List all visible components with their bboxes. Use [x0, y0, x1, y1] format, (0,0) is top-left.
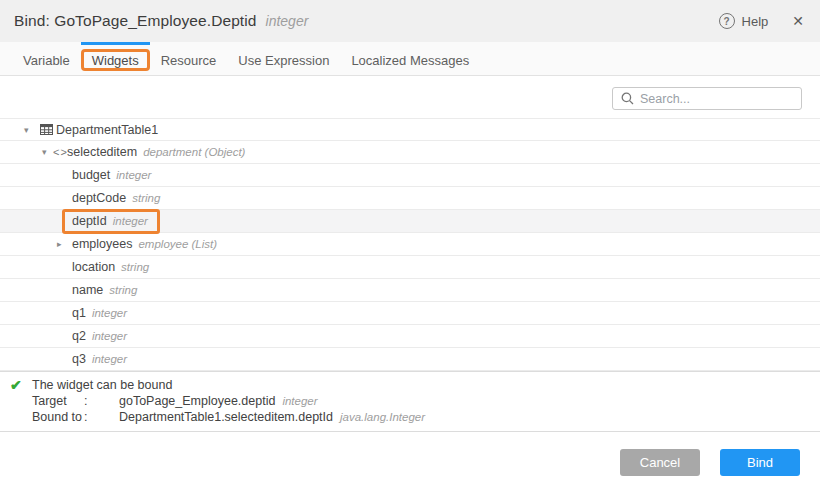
status-row-target: Target : goToPage_Employee.deptid intege… — [10, 393, 820, 409]
status-row-value: DepartmentTable1.selecteditem.deptId — [119, 409, 333, 425]
help-button[interactable]: Help — [742, 14, 769, 29]
search-box[interactable] — [612, 87, 802, 110]
bind-status-panel: ✔ The widget can be bound Target : goToP… — [0, 371, 820, 432]
field-type: employee (List) — [138, 238, 217, 250]
dialog-footer: Cancel Bind — [0, 432, 820, 476]
tab-use-expression[interactable]: Use Expression — [227, 42, 340, 75]
titlebar-actions: ? Help ✕ — [719, 13, 804, 29]
tree-row-budget[interactable]: budget integer — [0, 164, 820, 187]
tab-localized-messages[interactable]: Localized Messages — [340, 42, 480, 75]
tree-row-q2[interactable]: q2 integer — [0, 325, 820, 348]
tree-row-content: employees employee (List) — [72, 237, 217, 251]
field-type: integer — [92, 353, 127, 365]
tab-label: Localized Messages — [351, 53, 469, 68]
tree-row-content: q1 integer — [72, 306, 127, 320]
tab-variable[interactable]: Variable — [12, 42, 81, 75]
field-type: integer — [113, 215, 148, 227]
tree-row-deptid[interactable]: deptId integer — [0, 210, 820, 233]
dialog-title-type: integer — [266, 13, 309, 29]
field-type: string — [132, 192, 160, 204]
cancel-button[interactable]: Cancel — [620, 449, 700, 476]
tree-row-content: selecteditem department (Object) — [67, 145, 245, 159]
tree-row-q3[interactable]: q3 integer — [0, 348, 820, 371]
tab-label: Widgets — [92, 53, 139, 68]
status-row-value: goToPage_Employee.deptid — [119, 393, 275, 409]
field-label: employees — [72, 237, 132, 251]
tree-row-content: deptId integer — [62, 209, 160, 234]
toggle-icon[interactable]: ▾ — [42, 147, 53, 157]
field-label: name — [72, 283, 103, 297]
close-icon[interactable]: ✕ — [792, 13, 804, 29]
status-row-bound-to: Bound to : DepartmentTable1.selecteditem… — [10, 409, 820, 425]
tree-row-content: q2 integer — [72, 329, 127, 343]
tab-widgets[interactable]: Widgets — [81, 42, 150, 75]
tab-resource[interactable]: Resource — [150, 42, 228, 75]
dialog-titlebar: Bind: GoToPage_Employee.Deptid integer ?… — [0, 0, 820, 42]
tree-row-employees[interactable]: ▸ employees employee (List) — [0, 233, 820, 256]
field-label: deptCode — [72, 191, 126, 205]
status-row-label: Target — [32, 393, 84, 409]
dialog-title: Bind: GoToPage_Employee.Deptid — [14, 12, 257, 30]
success-check-icon: ✔ — [10, 377, 32, 393]
field-type: integer — [116, 169, 151, 181]
status-row-separator: : — [84, 393, 119, 409]
tab-bar: Variable Widgets Resource Use Expression… — [0, 42, 820, 76]
tree-row-location[interactable]: location string — [0, 256, 820, 279]
tab-label: Variable — [23, 53, 70, 68]
tab-label: Use Expression — [238, 53, 329, 68]
field-type: integer — [92, 307, 127, 319]
tree-row-content: budget integer — [72, 168, 151, 182]
field-label: budget — [72, 168, 110, 182]
search-input[interactable] — [640, 92, 793, 106]
field-label: q1 — [72, 306, 86, 320]
tree-row-content: DepartmentTable1 — [56, 123, 158, 137]
status-row-type: integer — [282, 393, 317, 409]
tree-row-content: name string — [72, 283, 137, 297]
search-row — [0, 76, 820, 110]
toggle-icon[interactable]: ▸ — [57, 239, 72, 249]
field-type: string — [109, 284, 137, 296]
status-row-separator: : — [84, 409, 119, 425]
tree-row-name[interactable]: name string — [0, 279, 820, 302]
toggle-icon[interactable]: ▾ — [24, 125, 40, 135]
status-row-label: Bound to — [32, 409, 84, 425]
tree-row-content: deptCode string — [72, 191, 160, 205]
search-icon — [621, 92, 634, 105]
field-type: string — [121, 261, 149, 273]
table-icon — [40, 124, 56, 135]
field-label: deptId — [72, 214, 107, 228]
status-message: The widget can be bound — [32, 377, 172, 393]
field-type: integer — [92, 330, 127, 342]
tree-row-content: location string — [72, 260, 149, 274]
tab-label: Resource — [161, 53, 217, 68]
tree-row-q1[interactable]: q1 integer — [0, 302, 820, 325]
tree-row-selecteditem[interactable]: ▾ <> selecteditem department (Object) — [0, 141, 820, 164]
field-label: DepartmentTable1 — [56, 123, 158, 137]
object-icon: <> — [53, 146, 67, 158]
status-row-type: java.lang.Integer — [340, 409, 425, 425]
field-label: q2 — [72, 329, 86, 343]
bind-button[interactable]: Bind — [720, 449, 800, 476]
tree-row-departmenttable1[interactable]: ▾ DepartmentTable1 — [0, 118, 820, 141]
field-label: q3 — [72, 352, 86, 366]
help-icon[interactable]: ? — [719, 13, 735, 29]
bind-tree: ▾ DepartmentTable1 ▾ <> selecteditem dep… — [0, 118, 820, 371]
field-label: selecteditem — [67, 145, 137, 159]
tree-row-content: q3 integer — [72, 352, 127, 366]
tree-row-deptcode[interactable]: deptCode string — [0, 187, 820, 210]
field-label: location — [72, 260, 115, 274]
field-type: department (Object) — [143, 146, 245, 158]
